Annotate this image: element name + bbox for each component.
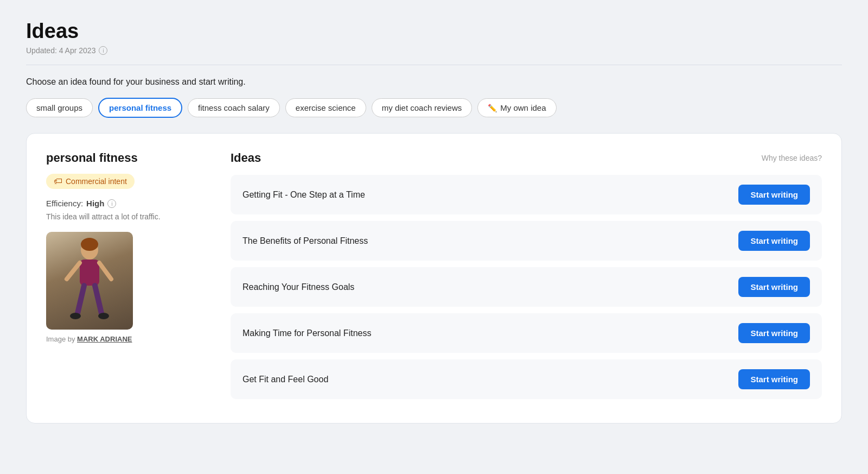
start-writing-button-3[interactable]: Start writing bbox=[738, 277, 810, 297]
idea-title: Get Fit and Feel Good bbox=[242, 375, 328, 384]
divider bbox=[26, 65, 842, 65]
badge-icon: 🏷 bbox=[54, 176, 62, 186]
tab-label: personal fitness bbox=[109, 103, 171, 112]
svg-point-1 bbox=[81, 238, 98, 251]
keyword-title: personal fitness bbox=[46, 151, 209, 165]
keyword-image bbox=[46, 232, 133, 330]
idea-row: Get Fit and Feel GoodStart writing bbox=[231, 359, 822, 399]
tab-small-groups[interactable]: small groups bbox=[26, 98, 93, 117]
efficiency-label: Efficiency: bbox=[46, 199, 83, 208]
pencil-icon: ✏️ bbox=[488, 104, 497, 112]
idea-title: The Benefits of Personal Fitness bbox=[242, 236, 368, 246]
efficiency-row: Efficiency: High i bbox=[46, 199, 209, 208]
ideas-list: Getting Fit - One Step at a TimeStart wr… bbox=[231, 175, 822, 399]
choose-text: Choose an idea found for your business a… bbox=[26, 77, 842, 87]
tab-label: My own idea bbox=[500, 103, 546, 112]
fitness-figure-svg bbox=[57, 235, 122, 330]
start-writing-button-4[interactable]: Start writing bbox=[738, 323, 810, 343]
tab-exercise-science[interactable]: exercise science bbox=[285, 98, 366, 117]
idea-title: Reaching Your Fitness Goals bbox=[242, 282, 354, 292]
tab-personal-fitness[interactable]: personal fitness bbox=[98, 98, 182, 118]
tab-label: exercise science bbox=[296, 103, 356, 112]
svg-rect-2 bbox=[80, 260, 99, 286]
idea-row: Making Time for Personal FitnessStart wr… bbox=[231, 313, 822, 353]
idea-row: Reaching Your Fitness GoalsStart writing bbox=[231, 267, 822, 307]
start-writing-button-5[interactable]: Start writing bbox=[738, 369, 810, 389]
svg-point-7 bbox=[70, 313, 81, 319]
right-panel: Ideas Why these ideas? Getting Fit - One… bbox=[231, 151, 822, 406]
image-credit-link[interactable]: MARK ADRIANE bbox=[77, 335, 132, 343]
left-panel: personal fitness 🏷 Commercial intent Eff… bbox=[46, 151, 209, 406]
start-writing-button-2[interactable]: Start writing bbox=[738, 231, 810, 251]
efficiency-desc: This idea will attract a lot of traffic. bbox=[46, 212, 209, 221]
svg-line-4 bbox=[99, 263, 111, 279]
tab-fitness-coach-salary[interactable]: fitness coach salary bbox=[188, 98, 280, 117]
image-credit: Image by MARK ADRIANE bbox=[46, 335, 209, 343]
efficiency-info-icon[interactable]: i bbox=[107, 199, 116, 208]
ideas-header: Ideas Why these ideas? bbox=[231, 151, 822, 165]
page-title: Ideas bbox=[26, 20, 842, 43]
info-icon[interactable]: i bbox=[99, 46, 107, 55]
idea-row: The Benefits of Personal FitnessStart wr… bbox=[231, 221, 822, 261]
svg-line-6 bbox=[95, 286, 101, 313]
idea-row: Getting Fit - One Step at a TimeStart wr… bbox=[231, 175, 822, 214]
badge-label: Commercial intent bbox=[66, 177, 127, 186]
efficiency-value: High bbox=[86, 199, 104, 208]
idea-title: Getting Fit - One Step at a Time bbox=[242, 190, 365, 200]
updated-label: Updated: 4 Apr 2023 bbox=[26, 46, 95, 55]
commercial-badge: 🏷 Commercial intent bbox=[46, 174, 135, 189]
svg-line-5 bbox=[78, 286, 84, 313]
start-writing-button-1[interactable]: Start writing bbox=[738, 185, 810, 205]
why-ideas-link[interactable]: Why these ideas? bbox=[762, 154, 822, 162]
idea-title: Making Time for Personal Fitness bbox=[242, 328, 371, 338]
tab-label: small groups bbox=[36, 103, 82, 112]
tabs-row: small groupspersonal fitnessfitness coac… bbox=[26, 98, 842, 118]
tab-label: fitness coach salary bbox=[198, 103, 270, 112]
main-card: personal fitness 🏷 Commercial intent Eff… bbox=[26, 133, 842, 424]
tab-label: my diet coach reviews bbox=[382, 103, 462, 112]
tab-my-diet-coach-reviews[interactable]: my diet coach reviews bbox=[372, 98, 473, 117]
ideas-section-title: Ideas bbox=[231, 151, 261, 165]
svg-point-8 bbox=[98, 313, 109, 319]
tab-my-own-idea[interactable]: ✏️My own idea bbox=[477, 98, 556, 117]
svg-line-3 bbox=[67, 263, 80, 279]
